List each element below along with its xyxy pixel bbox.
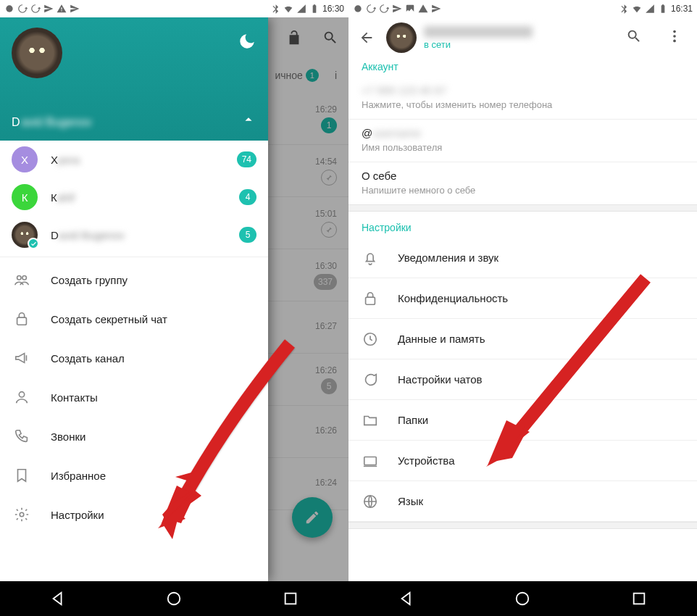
menu-item-label: Создать группу (51, 274, 128, 286)
pref-label: Папки (398, 414, 428, 426)
svg-rect-12 (285, 594, 296, 604)
circle-icon (4, 4, 14, 14)
signal-icon (645, 4, 655, 14)
profile-status: в сети (424, 39, 610, 50)
pref-label: Язык (398, 495, 423, 507)
back-icon[interactable] (359, 30, 375, 46)
divider (0, 257, 268, 257)
sync-icon (379, 4, 389, 14)
svg-rect-17 (366, 297, 375, 304)
image-icon (405, 4, 415, 14)
pref-devices[interactable]: Устройства (348, 441, 697, 481)
sync-icon (17, 4, 28, 14)
account-row[interactable]: ККahif4 (0, 178, 268, 216)
section-header-account: Аккаунт (348, 58, 697, 77)
send-icon (43, 4, 54, 14)
pref-folder[interactable]: Папки (348, 400, 697, 441)
menu-item-lock[interactable]: Создать секретный чат (0, 299, 268, 338)
pref-clock[interactable]: Данные и память (348, 319, 697, 359)
svg-point-4 (19, 392, 24, 397)
statusbar: 16:30 (0, 0, 348, 17)
circle-icon (353, 4, 363, 14)
lock-icon (13, 310, 30, 328)
warning-icon (418, 4, 428, 14)
setting-username[interactable]: @username Имя пользователя (348, 120, 697, 162)
recent-icon[interactable] (631, 591, 647, 607)
svg-point-13 (354, 5, 361, 12)
avatar[interactable] (12, 28, 62, 78)
svg-point-24 (517, 593, 529, 605)
svg-rect-19 (364, 457, 377, 465)
home-icon[interactable] (514, 591, 530, 607)
drawer-header: David Bugenov (0, 17, 268, 141)
menu-item-gear[interactable]: Настройки (0, 495, 268, 534)
signal-icon (296, 4, 306, 14)
menu-item-person[interactable]: Контакты (0, 378, 268, 417)
navigation-drawer: David Bugenov XXpora74ККahif4David Bugen… (0, 17, 268, 581)
settings-topbar: в сети (348, 17, 697, 58)
globe-icon (362, 494, 379, 509)
pref-chat[interactable]: Настройки чатов (348, 359, 697, 400)
section-header-settings: Настройки (348, 212, 697, 238)
account-name: Кahif (51, 191, 226, 204)
menu-item-phone[interactable]: Звонки (0, 417, 268, 456)
phone-right: 16:31 в сети Аккаунт +7 999 123 45 67 На… (348, 0, 697, 616)
pref-label: Данные и память (398, 333, 485, 345)
night-mode-toggle[interactable] (238, 32, 256, 54)
section-separator (348, 522, 697, 529)
setting-bio[interactable]: О себе Напишите немного о себе (348, 162, 697, 204)
avatar[interactable] (386, 22, 417, 53)
setting-phone[interactable]: +7 999 123 45 67 Нажмите, чтобы изменить… (348, 77, 697, 120)
send-icon (70, 4, 80, 14)
battery-icon (658, 4, 668, 14)
menu-item-group[interactable]: Создать группу (0, 260, 268, 299)
menu-item-megaphone[interactable]: Создать канал (0, 338, 268, 378)
search-button[interactable] (617, 28, 651, 47)
menu-item-label: Звонки (51, 430, 85, 443)
overflow-menu[interactable] (658, 28, 691, 47)
back-icon[interactable] (398, 591, 414, 607)
menu-item-label: Создать канал (51, 352, 125, 365)
pref-lock[interactable]: Конфиденциальность (348, 278, 697, 319)
svg-rect-25 (633, 594, 644, 604)
account-row[interactable]: David Bugenov5 (0, 216, 268, 254)
menu-item-label: Избранное (51, 470, 106, 482)
unread-badge: 4 (239, 189, 256, 205)
wifi-icon (283, 4, 293, 14)
back-icon[interactable] (50, 591, 66, 607)
more-vert-icon (667, 28, 683, 44)
unread-badge: 74 (237, 151, 256, 167)
statusbar: 16:31 (348, 0, 697, 17)
bluetooth-icon (270, 4, 280, 14)
svg-point-11 (168, 593, 180, 605)
svg-point-0 (6, 5, 12, 12)
send-icon (392, 4, 402, 14)
search-icon (626, 28, 642, 44)
account-dropdown-toggle[interactable] (241, 112, 256, 130)
svg-point-1 (17, 276, 21, 280)
svg-point-16 (673, 40, 676, 43)
devices-icon (362, 453, 379, 469)
pref-label: Настройки чатов (398, 373, 483, 386)
gear-icon (13, 506, 30, 523)
avatar-initial: X (12, 146, 38, 172)
bookmark-icon (13, 467, 30, 484)
clock: 16:31 (671, 4, 693, 14)
svg-point-15 (673, 35, 676, 38)
account-row[interactable]: XXpora74 (0, 141, 268, 178)
lock-icon (362, 291, 379, 307)
menu-item-bookmark[interactable]: Избранное (0, 456, 268, 495)
svg-point-5 (20, 512, 24, 517)
moon-icon (238, 32, 256, 51)
pref-bell[interactable]: Уведомления и звук (348, 238, 697, 278)
pref-label: Конфиденциальность (398, 292, 508, 304)
android-navbar (348, 581, 697, 616)
account-name: David Bugenov (51, 229, 226, 241)
phone-icon (13, 428, 30, 445)
pref-globe[interactable]: Язык (348, 481, 697, 522)
recent-icon[interactable] (283, 591, 299, 607)
chevron-up-icon (241, 112, 256, 128)
svg-rect-3 (17, 317, 27, 325)
check-icon (28, 238, 39, 249)
home-icon[interactable] (166, 591, 182, 607)
